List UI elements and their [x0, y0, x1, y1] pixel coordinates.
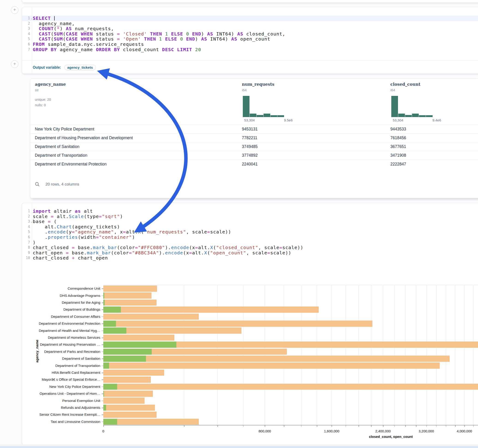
code-token: = [189, 250, 192, 255]
code-token: INT64) [213, 31, 237, 37]
code-token: = [117, 31, 120, 37]
code-token: chart_open [33, 250, 66, 255]
code-line[interactable]: 1import altair as alt [22, 209, 478, 214]
code-token: BY [114, 47, 120, 52]
code-token: END [186, 36, 195, 42]
line-number: 9 [22, 250, 30, 255]
code-token: ( [141, 229, 144, 235]
code-line[interactable]: 7) [22, 240, 478, 245]
python-cell[interactable]: 1import altair as alt2scale = alt.Scale(… [22, 203, 478, 445]
table-cell: 3749485 [242, 143, 258, 151]
code-line[interactable]: 10chart_closed + chart_open [22, 255, 478, 261]
code-token: INT64) [207, 36, 231, 42]
sql-code-editor[interactable]: 1⌄SELECT 2 agency_name,3 COUNT(*) AS num… [22, 16, 478, 52]
code-token: ) [33, 240, 36, 245]
code-line[interactable]: 3 COUNT(*) AS num_requests, [22, 26, 478, 31]
code-token: properties [48, 234, 78, 240]
page-bottom-gap [0, 444, 478, 446]
code-line[interactable]: 4 alt.Chart(agency_tickets) [22, 224, 478, 230]
code-token: , scale [246, 250, 267, 255]
code-token [183, 36, 186, 42]
code-line[interactable]: 2scale = alt.Scale(type="sqrt") [22, 214, 478, 219]
code-line[interactable]: 9chart_open = base.mark_bar(color="#8BC3… [22, 250, 478, 255]
code-line[interactable]: 4 CAST(SUM(CASE WHEN status = 'Closed' T… [22, 31, 478, 37]
code-token: agency_name, [33, 21, 75, 26]
code-token [156, 36, 159, 42]
code-token: altair [51, 208, 75, 214]
code-line[interactable]: 8chart_closed = base.mark_bar(color="#FF… [22, 245, 478, 250]
previous-cell-edge [22, 0, 478, 3]
column-header-closed-count[interactable]: closed_count i64 [390, 82, 420, 92]
code-line[interactable]: 5 CAST(SUM(CASE WHEN status = 'Open' THE… [22, 36, 478, 42]
code-token: = [279, 245, 282, 250]
column-header-num-requests[interactable]: num_requests i64 [242, 82, 274, 92]
code-line[interactable]: 6FROM sample_data.nyc.service_requests [22, 42, 478, 47]
y-axis-title: agency_name [35, 332, 39, 371]
histogram-bar [250, 114, 256, 117]
fold-chevron-icon[interactable]: ⌄ [31, 219, 33, 224]
code-token: encode [48, 229, 66, 235]
code-token: "num_requests" [144, 229, 186, 235]
code-token: CAST [39, 31, 51, 37]
fold-chevron-icon[interactable]: ⌄ [31, 16, 33, 21]
add-cell-button-top[interactable]: + [11, 6, 19, 14]
column-header-agency-name[interactable]: agency_name str unique: 20 nulls: 0 [35, 82, 66, 108]
code-token: ( [54, 26, 57, 31]
table-row: New York City Police Department945313194… [30, 125, 478, 133]
row-column-count: 20 rows, 4 columns [45, 182, 79, 187]
line-number: 3 [22, 219, 30, 224]
sql-cell[interactable]: 1⌄SELECT 2 agency_name,3 COUNT(*) AS num… [22, 7, 478, 74]
code-line[interactable]: 6 .properties(width="container") [22, 235, 478, 240]
code-line[interactable]: 2 agency_name, [22, 21, 478, 26]
code-token: agency_name [57, 47, 96, 52]
search-icon[interactable] [35, 182, 40, 187]
next-cell-edge [0, 446, 478, 448]
code-token: ( [51, 219, 57, 224]
code-token: ( [213, 245, 216, 250]
code-token: DESC [162, 47, 174, 52]
code-line[interactable]: 3⌄base = ( [22, 219, 478, 224]
line-number: 6 [22, 235, 30, 240]
code-token: alt. [54, 214, 69, 219]
line-number: 2 [22, 214, 30, 219]
code-token: THEN [144, 36, 156, 42]
code-line[interactable]: 1⌄SELECT [22, 16, 478, 21]
code-token: Scale [69, 214, 84, 219]
table-cell: 3471908 [390, 151, 406, 160]
code-token: base. [75, 245, 93, 250]
code-token: 'Closed' [123, 31, 147, 37]
code-token: mark_bar [93, 245, 117, 250]
code-token: = [72, 245, 75, 250]
code-token: ) [195, 36, 201, 42]
output-variable-chip[interactable]: agency_tickets [64, 65, 96, 70]
python-code-editor[interactable]: 1import altair as alt2scale = alt.Scale(… [22, 209, 478, 261]
code-token: alt. [192, 250, 204, 255]
code-token: = [129, 250, 132, 255]
hist-min-label: 53,304 [393, 118, 403, 122]
table-cell: 7782211 [242, 134, 257, 142]
table-cell: Department of Transportation [35, 151, 87, 160]
line-number: 3 [22, 26, 30, 31]
code-line[interactable]: 7GROUP BY agency_name ORDER BY closed_co… [22, 47, 478, 52]
code-token: scale)) [270, 250, 291, 255]
code-token: Chart [57, 224, 72, 230]
code-token: alt. [126, 229, 138, 235]
code-token: (color [117, 245, 135, 250]
add-cell-button-output[interactable]: + [11, 60, 19, 68]
code-token: = [51, 214, 54, 219]
code-token: status [93, 36, 117, 42]
histogram-bar [391, 96, 398, 117]
line-number: 5 [22, 36, 30, 42]
code-token: scale)) [283, 245, 303, 250]
code-token [78, 36, 81, 42]
histogram-bar [419, 115, 426, 117]
histogram-bar [270, 115, 277, 117]
code-token: SELECT [33, 15, 51, 21]
code-line[interactable]: 5 .encode(y="agency_name", x=alt.X("num_… [22, 229, 478, 235]
code-token: "container" [99, 234, 132, 240]
code-token: THEN [150, 31, 162, 37]
code-token: . [33, 234, 48, 240]
code-token: 0 [186, 31, 189, 37]
code-token: 'Open' [123, 36, 141, 42]
code-token: CAST [39, 36, 51, 42]
